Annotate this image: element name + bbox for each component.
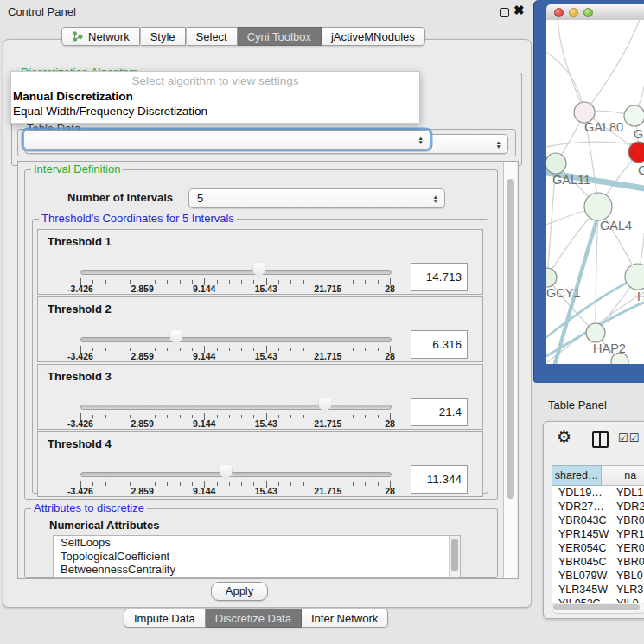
cell: YDR27…	[552, 500, 613, 513]
cell: YPR145W	[552, 527, 613, 541]
tick-label: 21.715	[314, 284, 341, 294]
slider-track[interactable]	[80, 337, 392, 342]
minimize-traffic-light-icon[interactable]	[569, 8, 578, 17]
table-body: YDL19…YDL1 YDR27…YDR2 YBR043CYBR0 YPR145…	[552, 486, 644, 603]
table-horizontal-scrollbar[interactable]	[552, 603, 644, 614]
list-item[interactable]: BetweennessCentrality	[54, 563, 460, 577]
number-of-intervals-label: Number of Intervals	[67, 191, 173, 204]
threshold-slider[interactable]	[80, 398, 390, 413]
tab-impute-data[interactable]: Impute Data	[124, 609, 206, 628]
node-label: HAP2	[593, 341, 626, 355]
control-panel-titlebar: Control Panel ✖	[0, 0, 533, 22]
algorithm-option-equal-width[interactable]: Equal Width/Frequency Discretization	[11, 104, 419, 118]
slider-thumb[interactable]	[252, 263, 265, 278]
tick-label: 15.43	[255, 486, 277, 496]
attributes-group-title: Attributes to discretize	[31, 501, 147, 514]
threshold-value-input[interactable]: 6.316	[411, 330, 468, 359]
cell: YDL19…	[552, 486, 613, 500]
tab-select[interactable]: Select	[187, 27, 238, 46]
cell: YPR1	[613, 527, 644, 541]
node-label: GAL11	[552, 173, 590, 187]
tick-label: 15.43	[255, 351, 277, 361]
thresholds-group: Threshold's Coordinates for 5 Intervals …	[32, 219, 488, 494]
float-window-icon[interactable]	[500, 8, 509, 17]
tab-discretize-data[interactable]: Discretize Data	[206, 609, 302, 628]
tick-label: -3.426	[67, 418, 93, 429]
tab-cyni-toolbox[interactable]: Cyni Toolbox	[238, 27, 322, 46]
tab-network[interactable]: Network	[61, 27, 140, 46]
attributes-group: Attributes to discretize Numerical Attri…	[24, 508, 498, 578]
zoom-traffic-light-icon[interactable]	[583, 8, 593, 17]
column-header-shared[interactable]: shared…	[552, 465, 602, 486]
settings-scrollbar[interactable]	[503, 162, 517, 578]
table-row[interactable]: YER054CYER0	[552, 541, 644, 555]
number-of-intervals-combobox[interactable]: 5 ▲▼	[188, 188, 445, 208]
close-icon[interactable]: ✖	[513, 3, 525, 18]
list-scrollbar[interactable]	[449, 536, 460, 577]
table-row[interactable]: YDL19…YDL1	[552, 486, 644, 500]
node-label: H	[637, 290, 644, 303]
threshold-label: Threshold 1	[48, 235, 112, 248]
table-row[interactable]: YBR045CYBR0	[552, 555, 644, 569]
threshold-row: Threshold 4 -3.4262.8599.14415.4321.7152…	[37, 431, 483, 497]
table-row[interactable]: YLR345WYLR3	[552, 583, 644, 596]
slider-tick-labels: -3.4262.8599.14415.4321.71528	[80, 486, 390, 496]
threshold-value-input[interactable]: 11.344	[411, 465, 468, 494]
slider-track[interactable]	[80, 405, 392, 410]
threshold-value-input[interactable]: 14.713	[411, 263, 468, 291]
column-header-name[interactable]: na	[602, 465, 644, 486]
tick-label: 9.144	[193, 486, 215, 496]
table-row[interactable]: YDR27…YDR2	[552, 500, 644, 513]
list-item[interactable]: SelfLoops	[54, 536, 460, 550]
slider-tick-labels: -3.4262.8599.14415.4321.71528	[80, 284, 390, 294]
threshold-value-input[interactable]: 21.4	[411, 398, 468, 426]
table-row[interactable]: YBR043CYBR0	[552, 513, 644, 527]
table-row[interactable]: YBL079WYBL0	[552, 569, 644, 583]
split-columns-icon[interactable]	[592, 431, 609, 448]
network-canvas[interactable]: GAL80 G C GAL11 GAL4 GCY1 H HAP2	[546, 20, 644, 364]
tab-label: Discretize Data	[215, 612, 291, 625]
slider-thumb[interactable]	[169, 330, 182, 346]
tab-style[interactable]: Style	[141, 27, 186, 46]
table-panel-title: Table Panel	[548, 399, 607, 411]
threshold-label: Threshold 2	[48, 303, 112, 316]
cell: YER054C	[552, 541, 613, 555]
table-row[interactable]: YIL052CYIL0	[552, 596, 644, 603]
interval-definition-group-title: Interval Definition	[31, 163, 123, 175]
apply-button[interactable]: Apply	[211, 582, 268, 601]
algorithm-combobox[interactable]: ▲▼	[23, 130, 430, 150]
checkboxes-icon[interactable]: ☑☑	[618, 431, 640, 444]
slider-thumb[interactable]	[220, 465, 233, 481]
tab-label: Select	[196, 30, 227, 43]
settings-scroll-panel: Interval Definition Number of Intervals …	[17, 161, 519, 579]
gear-icon[interactable]: ⚙	[557, 427, 571, 447]
slider-thumb[interactable]	[318, 398, 331, 413]
algorithm-option-manual[interactable]: Manual Discretization	[11, 89, 419, 104]
settings-scrollbar-thumb[interactable]	[507, 179, 514, 499]
tab-jactivemnodules[interactable]: jActiveMNodules	[322, 27, 425, 46]
slider-track[interactable]	[80, 472, 392, 477]
combo-stepper-icon: ▲▼	[418, 136, 424, 144]
cell: YDR2	[613, 500, 644, 513]
tab-infer-network[interactable]: Infer Network	[302, 609, 388, 628]
threshold-slider[interactable]	[80, 330, 390, 346]
tab-label: Impute Data	[134, 612, 195, 625]
threshold-slider[interactable]	[80, 465, 390, 481]
threshold-slider[interactable]	[80, 263, 390, 278]
list-scrollbar-thumb[interactable]	[451, 539, 458, 571]
slider-tick-labels: -3.4262.8599.14415.4321.71528	[80, 351, 390, 361]
screen: Control Panel ✖ Discretization Algorithm…	[0, 0, 644, 644]
cyni-mode-tabs: Impute Data Discretize Data Infer Networ…	[124, 609, 388, 628]
cell: YLR3	[613, 583, 644, 596]
table-row[interactable]: YPR145WYPR1	[552, 527, 644, 541]
cell: YDL1	[613, 486, 644, 500]
slider-track[interactable]	[80, 270, 392, 275]
table-scrollbar-thumb[interactable]	[553, 604, 640, 610]
list-item[interactable]: TopologicalCoefficient	[54, 550, 460, 564]
cell: YBR043C	[552, 513, 613, 527]
tab-label: jActiveMNodules	[331, 30, 415, 43]
close-traffic-light-icon[interactable]	[554, 8, 564, 17]
number-of-intervals-value: 5	[197, 192, 203, 205]
node-table: shared… na YDL19…YDL1 YDR27…YDR2 YBR043C…	[552, 465, 644, 603]
node-label: GCY1	[546, 286, 581, 300]
